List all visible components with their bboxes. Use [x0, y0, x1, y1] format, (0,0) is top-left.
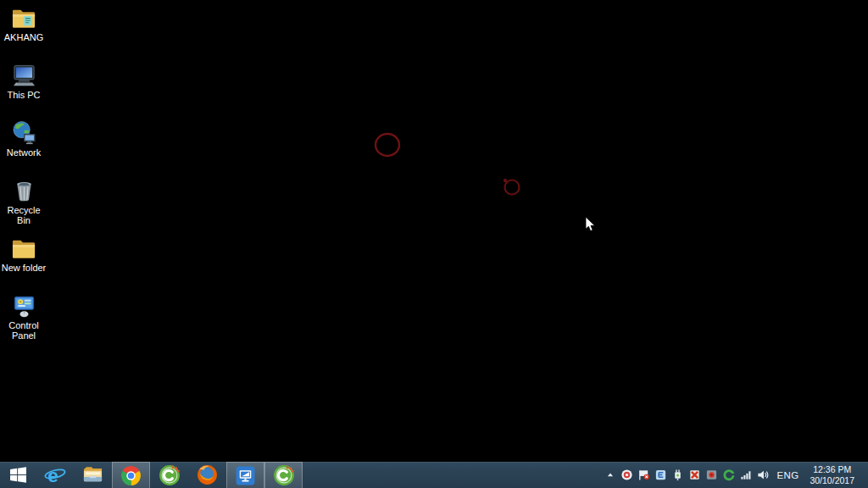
network-icon: [11, 119, 37, 146]
windows-start-icon: [10, 467, 26, 483]
ultraviewer-icon: [235, 465, 256, 486]
red-x-app-icon[interactable]: [687, 468, 703, 483]
clock-date: 30/10/2017: [810, 475, 854, 486]
desktop[interactable]: { "desktop": { "background_color": "#000…: [0, 0, 868, 488]
desktop-icon-this-pc[interactable]: This PC: [1, 61, 47, 100]
coccoc-browser-icon: [159, 464, 181, 486]
language-indicator[interactable]: ENG: [777, 470, 799, 480]
folder-akhang-icon: [11, 3, 37, 30]
blue-e-app-icon[interactable]: [654, 468, 669, 483]
taskbar: e: [0, 462, 868, 488]
volume-icon[interactable]: [755, 468, 771, 483]
taskbar-app-coccoc-2[interactable]: [264, 462, 303, 488]
taskbar-app-firefox[interactable]: [188, 462, 226, 488]
taskbar-app-internet-explorer[interactable]: e: [36, 462, 74, 488]
taskbar-app-chrome[interactable]: [112, 462, 150, 488]
record-ring-icon[interactable]: [620, 468, 635, 483]
desktop-icon-new-folder[interactable]: New folder: [1, 234, 47, 273]
network-signal-icon[interactable]: [738, 468, 754, 483]
recycle-bin-icon: [12, 176, 36, 203]
desktop-icon-label: Control Panel: [1, 320, 47, 341]
start-button[interactable]: [0, 462, 36, 488]
hidden-icons-chevron[interactable]: [603, 468, 618, 483]
svg-text:e: e: [47, 464, 58, 486]
flag-error-icon[interactable]: [637, 468, 652, 483]
control-panel-icon: [11, 291, 37, 319]
desktop-icon-label: Network: [7, 147, 41, 158]
this-pc-icon: [11, 61, 37, 88]
desktop-icon-akhang[interactable]: AKHANG: [1, 3, 47, 42]
desktop-icon-label: New folder: [2, 263, 47, 273]
desktop-icon-control-panel[interactable]: Control Panel: [1, 291, 47, 341]
desktop-icon-network[interactable]: Network: [1, 119, 47, 158]
folder-icon: [11, 234, 37, 261]
file-explorer-icon: [82, 464, 103, 485]
internet-explorer-icon: e: [44, 464, 66, 486]
system-tray: ENG 12:36 PM 30/10/2017: [602, 462, 868, 488]
taskbar-app-coccoc[interactable]: [150, 462, 188, 488]
green-swirl-icon[interactable]: [721, 468, 737, 483]
taskbar-apps: e: [36, 462, 303, 488]
taskbar-app-file-explorer[interactable]: [74, 462, 112, 488]
camera-record-icon[interactable]: [704, 468, 720, 483]
chrome-icon: [120, 465, 142, 486]
desktop-icon-label: AKHANG: [4, 32, 43, 42]
tray-clock[interactable]: 12:36 PM 30/10/2017: [806, 464, 858, 485]
firefox-icon: [197, 464, 218, 485]
desktop-icon-label: Recycle Bin: [1, 205, 47, 225]
mouse-cursor: [585, 216, 596, 232]
wallpaper-annotations: [0, 0, 868, 488]
coccoc-browser-icon: [273, 464, 295, 486]
desktop-icon-label: This PC: [7, 90, 40, 100]
taskbar-app-ultraviewer[interactable]: [226, 462, 264, 488]
usb-plug-icon[interactable]: [670, 468, 686, 483]
desktop-icon-recycle-bin[interactable]: Recycle Bin: [1, 176, 47, 225]
clock-time: 12:36 PM: [810, 464, 854, 475]
